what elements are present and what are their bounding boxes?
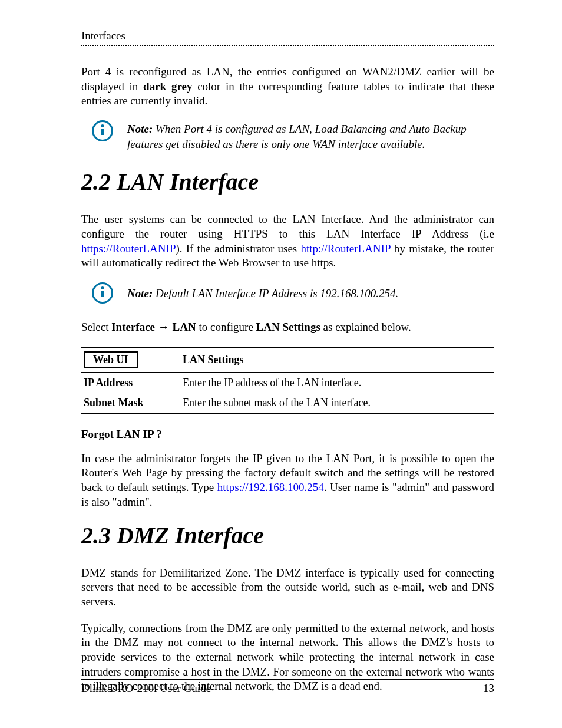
document-page: Interfaces Port 4 is reconfigured as LAN… — [0, 0, 562, 728]
text: ). If the administrator uses — [176, 242, 300, 255]
link-default-ip[interactable]: https://192.168.100.254 — [217, 481, 324, 493]
info-icon — [92, 282, 113, 304]
info-icon — [92, 120, 113, 141]
page-footer: Dlink DRO-210i User Guide 13 — [81, 679, 494, 695]
nav-instruction: Select Interface → LAN to configure LAN … — [81, 320, 494, 335]
note-label: Note: — [127, 287, 153, 299]
note-label: Note: — [127, 123, 153, 135]
nav-lan: LAN — [173, 321, 196, 333]
note-text: Note: Default LAN Interface IP Address i… — [127, 286, 398, 301]
footer-page-number: 13 — [483, 682, 494, 695]
row-label: IP Address — [81, 373, 180, 393]
link-http-routerlanip[interactable]: http://RouterLANIP — [300, 242, 390, 255]
row-label: Subnet Mask — [81, 393, 180, 413]
note-body-text: Default LAN Interface IP Address is 192.… — [153, 287, 398, 299]
arrow-icon: → — [155, 321, 173, 333]
intro-paragraph: Port 4 is reconfigured as LAN, the entri… — [81, 65, 494, 108]
forgot-heading: Forgot LAN IP ? — [81, 428, 494, 441]
table-row: IP Address Enter the IP address of the L… — [81, 373, 494, 393]
text: The user systems can be connected to the… — [81, 213, 494, 240]
note-block: Note: Default LAN Interface IP Address i… — [92, 282, 494, 304]
row-desc: Enter the IP address of the LAN interfac… — [180, 373, 494, 393]
text: Select — [81, 321, 111, 333]
note-text: Note: When Port 4 is configured as LAN, … — [127, 121, 494, 151]
footer-title: Dlink DRO-210i User Guide — [81, 682, 211, 695]
section-heading-23: 2.3 DMZ Interface — [81, 522, 494, 549]
section22-p1: The user systems can be connected to the… — [81, 212, 494, 271]
webui-box: Web UI — [84, 351, 138, 368]
note-block: Note: When Port 4 is configured as LAN, … — [92, 120, 494, 151]
page-header: Interfaces — [81, 29, 494, 46]
section-heading-22: 2.2 LAN Interface — [81, 168, 494, 196]
table-header-webui: Web UI — [81, 347, 180, 373]
nav-interface: Interface — [111, 321, 155, 333]
text: as explained below. — [320, 321, 411, 333]
table-row: Subnet Mask Enter the subnet mask of the… — [81, 393, 494, 413]
forgot-paragraph: In case the administrator forgets the IP… — [81, 452, 494, 510]
section23-p1: DMZ stands for Demilitarized Zone. The D… — [81, 566, 494, 610]
lan-settings-table: Web UI LAN Settings IP Address Enter the… — [81, 347, 494, 414]
table-header-lan-settings: LAN Settings — [180, 347, 494, 373]
nav-lan-settings: LAN Settings — [256, 321, 320, 333]
text-bold: dark grey — [143, 80, 192, 93]
row-desc: Enter the subnet mask of the LAN interfa… — [180, 393, 494, 413]
link-https-routerlanip[interactable]: https://RouterLANIP — [81, 242, 176, 255]
note-body-text: When Port 4 is configured as LAN, Load B… — [127, 123, 467, 150]
text: to configure — [196, 321, 256, 333]
